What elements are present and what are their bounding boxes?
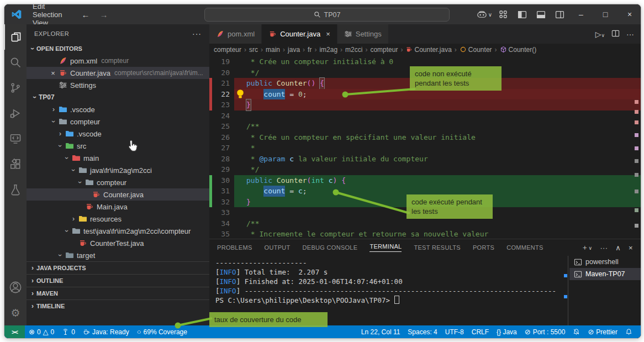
maximize-button[interactable]: □	[594, 4, 616, 24]
panel-tab-ports[interactable]: PORTS	[473, 244, 494, 251]
status-cursor-position[interactable]: Ln 22, Col 11	[357, 328, 404, 336]
tree-item[interactable]: ›.vscode	[27, 103, 209, 115]
breadcrumb-item[interactable]: compteur	[214, 46, 241, 54]
tree-item[interactable]: ›resources	[27, 213, 209, 225]
section-timeline[interactable]: ›TIMELINE	[27, 299, 209, 312]
section-maven[interactable]: ›MAVEN	[27, 287, 209, 299]
toggle-sidebar-icon[interactable]	[514, 7, 530, 22]
breadcrumb-item[interactable]: main	[266, 46, 280, 54]
code-line[interactable]: 28 * @param c la valeur initiale du comp…	[209, 154, 641, 165]
status-encoding[interactable]: UTF-8	[441, 328, 468, 336]
open-editor-item[interactable]: ×Counter.javacompteur\src\main\java\fr\i…	[27, 67, 209, 79]
status-indentation[interactable]: Spaces: 4	[404, 328, 441, 336]
open-editor-item[interactable]: Settings	[27, 79, 209, 91]
command-center-search[interactable]: TP07	[204, 8, 450, 22]
workspace-root-header[interactable]: ›TP07	[27, 91, 209, 103]
toggle-secondary-sidebar-icon[interactable]	[551, 7, 568, 22]
terminal-instance[interactable]: powershell	[569, 256, 641, 268]
activitybar-remote-explorer-icon[interactable]	[4, 126, 27, 151]
code-line[interactable]: 24	[209, 111, 641, 122]
activitybar-settings-gear-icon[interactable]: ⚙	[4, 300, 27, 325]
breadcrumb-item[interactable]: Counter.java	[405, 46, 451, 54]
panel-tab-problems[interactable]: PROBLEMS	[217, 244, 252, 251]
panel-tab-test-results[interactable]: TEST RESULTS	[414, 244, 461, 251]
tree-item[interactable]: ›java\fr\im2ag\m2cci	[27, 164, 209, 176]
tree-item[interactable]: ›compteur	[27, 115, 209, 128]
panel-tab-terminal[interactable]: TERMINAL	[369, 243, 402, 252]
status-notifications[interactable]	[621, 328, 636, 335]
breadcrumb-item[interactable]: compteur	[370, 46, 398, 54]
section-java-projects[interactable]: ›JAVA PROJECTS	[27, 261, 209, 274]
open-editor-item[interactable]: pom.xmlcompteur	[27, 55, 209, 67]
code-line[interactable]: 35 * Incremente le compteur et retourne …	[209, 229, 641, 240]
activitybar-accounts-icon[interactable]	[4, 275, 27, 300]
code-line[interactable]: 25/**	[209, 121, 641, 132]
panel-more-icon[interactable]: ···	[600, 244, 608, 252]
tab-counter-java[interactable]: Counter.java×	[262, 24, 337, 44]
section-outline[interactable]: ›OUTLINE	[27, 274, 209, 287]
tree-item[interactable]: CounterTest.java	[27, 237, 209, 249]
tree-item[interactable]: ›.vscode	[27, 128, 209, 140]
status-live-server-port[interactable]: ⊘Port : 5500	[521, 328, 569, 336]
close-editor-icon[interactable]: ×	[49, 69, 57, 77]
tab-pom-xml[interactable]: pom.xml	[209, 24, 262, 44]
breadcrumb-item[interactable]: java	[288, 46, 300, 54]
activitybar-testing-icon[interactable]	[4, 177, 27, 202]
code-line[interactable]: 26 * Crée un compteur en spécifiant une …	[209, 132, 641, 143]
forward-arrow[interactable]: →	[99, 10, 108, 19]
activitybar-extensions-icon[interactable]	[4, 151, 27, 177]
close-tab-icon[interactable]: ×	[326, 30, 330, 38]
status-eol[interactable]: CRLF	[468, 328, 493, 336]
tree-item[interactable]: ›src	[27, 140, 209, 152]
tree-item[interactable]: ›compteur	[27, 176, 209, 188]
menu-edit[interactable]: Edit	[28, 4, 67, 10]
panel-tab-output[interactable]: OUTPUT	[265, 244, 291, 251]
activitybar-source-control-icon[interactable]	[4, 75, 27, 101]
maximize-panel-icon[interactable]: ∧	[615, 244, 621, 252]
tree-item[interactable]: ›main	[27, 152, 209, 164]
code-line[interactable]: 23}	[209, 99, 641, 111]
tree-item[interactable]: ›target	[27, 249, 209, 261]
run-button[interactable]: ▷∨	[595, 30, 605, 39]
copilot-icon[interactable]: ∨	[476, 7, 493, 22]
code-line[interactable]: 30public Counter(int c) {	[209, 175, 641, 186]
status-java-status[interactable]: Java: Ready	[79, 328, 133, 336]
tree-item[interactable]: ›test\java\fr\im2ag\m2cci\compteur	[27, 225, 209, 237]
code-line[interactable]: 34/**	[209, 218, 641, 229]
customize-layout-icon[interactable]	[495, 7, 511, 22]
activitybar-run-debug-icon[interactable]	[4, 101, 27, 126]
status-ports-forwarded[interactable]: 0	[58, 328, 79, 336]
close-button[interactable]: ×	[619, 4, 641, 24]
tab-settings[interactable]: Settings	[337, 24, 389, 44]
minimize-button[interactable]: –	[570, 4, 592, 24]
breadcrumb-item[interactable]: Counter	[460, 46, 492, 54]
new-terminal-icon[interactable]: ＋∨	[581, 243, 592, 252]
more-actions-icon[interactable]: ···	[626, 30, 634, 39]
code-line[interactable]: 29 */	[209, 164, 641, 175]
status-coverage[interactable]: ○69% Coverage	[133, 328, 191, 336]
status-go-live-off[interactable]	[569, 328, 584, 335]
code-line[interactable]: 19 * Crée un compteur initialisé à 0	[209, 56, 641, 67]
activitybar-search-icon[interactable]	[4, 50, 27, 75]
split-editor-icon[interactable]	[611, 29, 620, 39]
breadcrumb[interactable]: compteur›src›main›java›fr›im2ag›m2cci›co…	[209, 44, 641, 55]
tree-item[interactable]: Main.java	[27, 201, 209, 213]
breadcrumb-item[interactable]: src	[249, 46, 258, 54]
panel-tab-debug-console[interactable]: DEBUG CONSOLE	[303, 244, 358, 251]
status-problems[interactable]: ⊗0△0	[25, 328, 58, 336]
back-arrow[interactable]: ←	[81, 10, 89, 19]
activitybar-explorer-icon[interactable]	[4, 24, 27, 50]
close-panel-icon[interactable]: ×	[629, 244, 633, 252]
tree-item[interactable]: Counter.java	[27, 188, 209, 201]
breadcrumb-item[interactable]: im2ag	[319, 46, 337, 54]
open-editors-header[interactable]: ›OPEN EDITORS	[27, 43, 209, 55]
status-language-mode[interactable]: {} Java	[493, 328, 521, 336]
panel-tab-comments[interactable]: COMMENTS	[506, 244, 543, 251]
status-prettier[interactable]: ⊘Prettier	[584, 328, 621, 336]
breadcrumb-item[interactable]: Counter()	[500, 46, 537, 54]
remote-indicator[interactable]: ><	[4, 325, 25, 338]
menu-selection[interactable]: Selection	[28, 10, 67, 19]
toggle-panel-icon[interactable]	[532, 7, 549, 22]
breadcrumb-item[interactable]: m2cci	[345, 46, 362, 54]
breadcrumb-item[interactable]: fr	[308, 46, 312, 54]
